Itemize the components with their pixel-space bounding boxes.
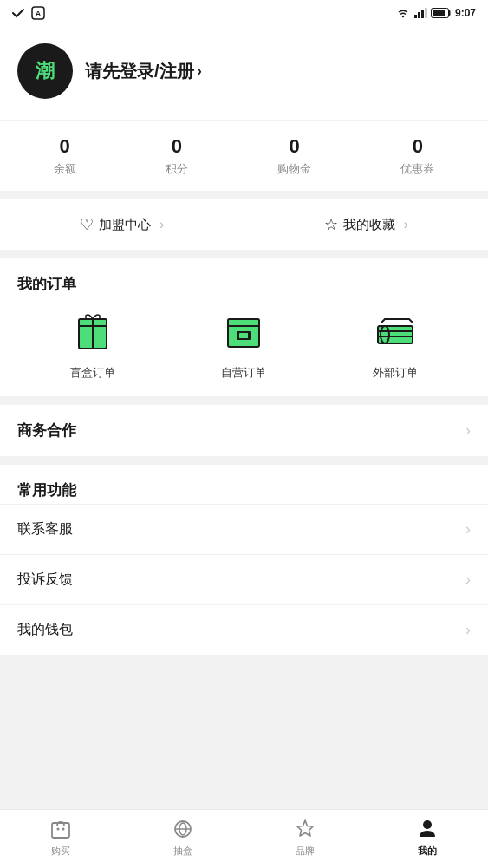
svg-rect-2 — [414, 15, 417, 18]
external-icon — [372, 310, 419, 356]
login-arrow: › — [198, 63, 202, 79]
my-wallet-label: 我的钱包 — [17, 621, 73, 639]
complaint-feedback-item[interactable]: 投诉反馈 › — [0, 554, 488, 604]
star-outline-icon: ☆ — [324, 215, 338, 234]
nav-brand-icon — [293, 817, 317, 841]
my-wallet-item[interactable]: 我的钱包 › — [0, 604, 488, 655]
login-text-label: 请先登录/注册 — [85, 60, 194, 83]
svg-text:A: A — [36, 10, 42, 18]
nav-buy-label: 购买 — [51, 845, 70, 858]
franchise-center-link[interactable]: ♡ 加盟中心 › — [0, 199, 244, 250]
business-cooperation-section: 商务合作 › — [0, 405, 488, 456]
business-cooperation-item[interactable]: 商务合作 › — [17, 405, 471, 456]
stat-balance-value: 0 — [60, 135, 70, 158]
signal-icon — [413, 8, 427, 18]
svg-rect-3 — [418, 12, 420, 18]
nav-buy[interactable]: 购买 — [35, 817, 87, 858]
svg-rect-17 — [378, 326, 413, 343]
stat-coupons[interactable]: 0 优惠券 — [400, 135, 434, 177]
stat-points-value: 0 — [172, 135, 182, 158]
blind-box-icon — [69, 310, 116, 356]
complaint-feedback-arrow: › — [465, 571, 471, 589]
nav-gacha-label: 抽盒 — [173, 845, 192, 858]
svg-rect-16 — [239, 333, 248, 338]
external-order-button[interactable]: 外部订单 — [372, 310, 419, 381]
nav-mine-icon — [415, 817, 439, 841]
common-functions-title: 常用功能 — [0, 465, 488, 504]
svg-rect-28 — [429, 832, 433, 835]
time-display: 9:07 — [455, 7, 476, 19]
svg-point-26 — [423, 820, 432, 829]
nav-mine-label: 我的 — [418, 845, 437, 858]
stat-coupons-value: 0 — [413, 135, 423, 158]
favorites-arrow: › — [404, 217, 408, 232]
status-left: A — [12, 6, 45, 20]
business-cooperation-arrow: › — [465, 421, 471, 440]
stats-section: 0 余额 0 积分 0 购物金 0 优惠券 — [0, 121, 488, 191]
svg-rect-4 — [421, 10, 424, 18]
login-register-button[interactable]: 请先登录/注册 › — [85, 60, 202, 83]
my-wallet-arrow: › — [465, 621, 471, 639]
nav-gacha[interactable]: 抽盒 — [157, 817, 209, 858]
status-bar: A 9:07 — [0, 0, 488, 26]
stat-shopping-money-label: 购物金 — [277, 161, 311, 177]
blind-box-order-button[interactable]: 盲盒订单 — [69, 310, 116, 381]
stat-shopping-money-value: 0 — [290, 135, 300, 158]
svg-rect-27 — [421, 832, 426, 835]
orders-title: 我的订单 — [17, 274, 471, 294]
contact-support-label: 联系客服 — [17, 520, 73, 538]
franchise-arrow: › — [159, 217, 164, 232]
orders-section: 我的订单 盲盒订单 — [0, 258, 488, 396]
contact-support-item[interactable]: 联系客服 › — [0, 504, 488, 554]
my-favorites-link[interactable]: ☆ 我的收藏 › — [244, 199, 489, 250]
heart-outline-icon: ♡ — [80, 215, 94, 234]
franchise-label: 加盟中心 — [99, 217, 151, 233]
favorites-label: 我的收藏 — [343, 217, 395, 233]
svg-point-21 — [57, 828, 60, 831]
blind-box-label: 盲盒订单 — [70, 365, 115, 381]
battery-icon — [431, 8, 452, 18]
avatar[interactable]: 潮 — [17, 43, 73, 99]
nav-brand-label: 品牌 — [296, 845, 315, 858]
order-icons-row: 盲盒订单 自营订单 — [17, 310, 471, 381]
status-right: 9:07 — [396, 7, 476, 19]
svg-rect-14 — [228, 319, 259, 326]
app-icon: A — [31, 6, 45, 20]
quick-links: ♡ 加盟中心 › ☆ 我的收藏 › — [0, 199, 488, 250]
svg-point-22 — [62, 828, 65, 831]
self-operated-label: 自营订单 — [221, 365, 266, 381]
nav-gacha-icon — [171, 817, 195, 841]
business-cooperation-label: 商务合作 — [17, 421, 76, 441]
contact-support-arrow: › — [465, 520, 471, 538]
checkmark-icon — [12, 8, 26, 18]
svg-rect-20 — [52, 823, 69, 838]
avatar-text: 潮 — [36, 58, 55, 84]
wifi-icon — [396, 8, 410, 18]
nav-mine[interactable]: 我的 — [401, 817, 453, 858]
stat-shopping-money[interactable]: 0 购物金 — [277, 135, 311, 177]
complaint-feedback-label: 投诉反馈 — [17, 571, 73, 589]
stat-balance[interactable]: 0 余额 — [54, 135, 76, 177]
stat-coupons-label: 优惠券 — [400, 161, 434, 177]
common-functions-section: 常用功能 联系客服 › 投诉反馈 › 我的钱包 › — [0, 465, 488, 655]
stat-points-label: 积分 — [166, 161, 188, 177]
profile-section: 潮 请先登录/注册 › — [0, 26, 488, 120]
self-operated-order-button[interactable]: 自营订单 — [220, 310, 267, 381]
bottom-nav: 购买 抽盒 品牌 — [0, 809, 488, 868]
nav-buy-icon — [49, 817, 73, 841]
self-operated-icon — [220, 310, 267, 356]
external-label: 外部订单 — [373, 365, 418, 381]
svg-rect-5 — [425, 8, 427, 18]
nav-brand[interactable]: 品牌 — [279, 817, 331, 858]
svg-rect-7 — [433, 10, 445, 16]
stat-points[interactable]: 0 积分 — [166, 135, 188, 177]
stat-balance-label: 余额 — [54, 161, 76, 177]
